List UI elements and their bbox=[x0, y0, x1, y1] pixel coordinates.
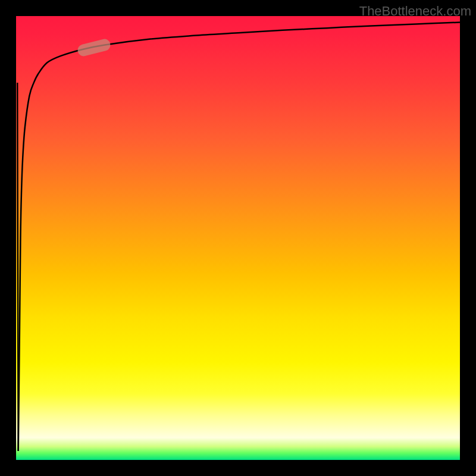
watermark-label: TheBottleneck.com bbox=[359, 4, 471, 19]
bottleneck-curve-line bbox=[18, 22, 460, 451]
curve-svg bbox=[16, 16, 460, 460]
plot-area bbox=[16, 16, 460, 460]
chart-container: TheBottleneck.com bbox=[0, 0, 476, 476]
